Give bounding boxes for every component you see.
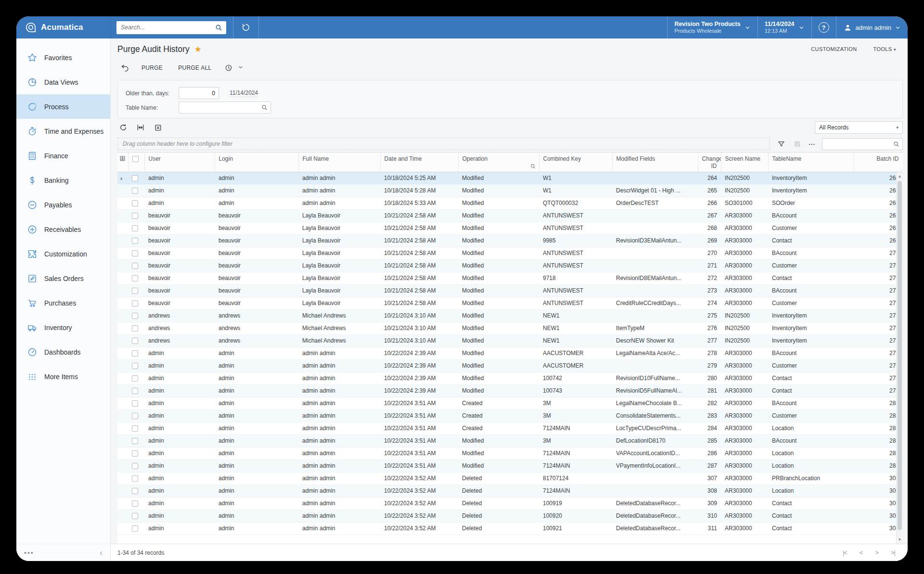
collapse-sidebar-icon[interactable]: ‹ xyxy=(100,548,103,558)
table-row[interactable]: ›adminadminadmin admin10/18/2024 5:25 AM… xyxy=(117,172,903,184)
customization-menu[interactable]: CUSTOMIZATION xyxy=(811,46,857,52)
row-checkbox[interactable] xyxy=(132,450,138,457)
table-row[interactable]: beauvoirbeauvoirLayla Beauvoir10/21/2024… xyxy=(117,284,903,297)
table-row[interactable]: adminadminadmin admin10/22/2024 3:51 AMM… xyxy=(117,434,903,447)
row-settings-column-header[interactable] xyxy=(117,153,128,172)
row-checkbox[interactable] xyxy=(132,188,138,194)
lookup-icon[interactable] xyxy=(261,104,268,111)
table-row[interactable]: adminadminadmin admin10/22/2024 3:52 AMD… xyxy=(117,522,903,535)
sidebar-item-banking[interactable]: Banking xyxy=(16,168,110,192)
row-checkbox[interactable] xyxy=(132,313,138,319)
grid-more-icon[interactable]: ... xyxy=(808,139,815,149)
table-row[interactable]: adminadminadmin admin10/22/2024 3:52 AMD… xyxy=(117,485,903,497)
row-checkbox[interactable] xyxy=(132,388,138,394)
table-row[interactable]: adminadminadmin admin10/22/2024 3:51 AMM… xyxy=(117,447,903,459)
row-checkbox[interactable] xyxy=(132,288,138,294)
row-checkbox[interactable] xyxy=(132,363,138,369)
row-checkbox[interactable] xyxy=(132,213,138,219)
table-name-input[interactable] xyxy=(179,102,271,114)
records-filter-dropdown[interactable]: All Records ▾ xyxy=(815,121,903,134)
column-header-combined-key[interactable]: Combined Key xyxy=(539,153,612,172)
scrollbar-thumb[interactable] xyxy=(898,181,902,530)
favorite-star-icon[interactable]: ★ xyxy=(194,44,202,54)
sidebar-item-payables[interactable]: Payables xyxy=(16,192,110,217)
table-row[interactable]: beauvoirbeauvoirLayla Beauvoir10/21/2024… xyxy=(117,234,903,247)
filter-funnel-icon[interactable] xyxy=(777,139,786,149)
row-checkbox[interactable] xyxy=(132,375,138,382)
table-row[interactable]: andrewsandrewsMichael Andrews10/21/2024 … xyxy=(117,334,903,347)
row-checkbox[interactable] xyxy=(132,463,138,469)
table-row[interactable]: beauvoirbeauvoirLayla Beauvoir10/21/2024… xyxy=(117,222,903,234)
column-header-modified-fields[interactable]: Modified Fields xyxy=(612,153,698,172)
row-checkbox[interactable] xyxy=(132,513,138,519)
tools-menu[interactable]: TOOLS ▾ xyxy=(873,46,896,52)
row-checkbox[interactable] xyxy=(132,338,138,344)
save-filter-icon[interactable] xyxy=(793,139,802,149)
column-header-user[interactable]: User xyxy=(144,153,215,172)
sidebar-item-sales-orders[interactable]: Sales Orders xyxy=(16,266,110,291)
column-header-login[interactable]: Login xyxy=(215,153,298,172)
table-row[interactable]: adminadminadmin admin10/22/2024 2:39 AMM… xyxy=(117,372,903,384)
sidebar-item-inventory[interactable]: Inventory xyxy=(16,315,110,340)
table-row[interactable]: adminadminadmin admin10/22/2024 3:51 AMC… xyxy=(117,409,903,422)
table-row[interactable]: adminadminadmin admin10/18/2024 5:33 AMM… xyxy=(117,197,903,209)
help-button[interactable]: ? xyxy=(811,16,836,38)
acumatica-logo[interactable]: Acumatica xyxy=(16,16,111,38)
row-checkbox[interactable] xyxy=(132,175,138,181)
purge-button[interactable]: PURGE xyxy=(136,62,168,74)
export-excel-icon[interactable] xyxy=(152,122,164,133)
table-row[interactable]: adminadminadmin admin10/22/2024 3:51 AMC… xyxy=(117,422,903,434)
older-than-input[interactable] xyxy=(179,87,219,99)
scroll-up-icon[interactable]: ▲ xyxy=(897,174,903,179)
column-header-screen-name[interactable]: Screen Name xyxy=(721,153,768,172)
prev-page-icon[interactable]: < xyxy=(860,549,863,556)
column-header-operation[interactable]: Operation xyxy=(458,153,539,172)
table-row[interactable]: beauvoirbeauvoirLayla Beauvoir10/21/2024… xyxy=(117,272,903,284)
row-checkbox[interactable] xyxy=(132,275,138,281)
sidebar-item-receivables[interactable]: Receivables xyxy=(16,217,110,242)
row-checkbox[interactable] xyxy=(132,225,138,231)
column-header-full-name[interactable]: Full Name xyxy=(298,153,380,172)
business-date-icon[interactable] xyxy=(233,16,259,38)
table-row[interactable]: andrewsandrewsMichael Andrews10/21/2024 … xyxy=(117,309,903,322)
sidebar-item-dashboards[interactable]: Dashboards xyxy=(16,340,110,364)
table-row[interactable]: andrewsandrewsMichael Andrews10/21/2024 … xyxy=(117,322,903,334)
row-checkbox[interactable] xyxy=(132,425,138,432)
company-selector[interactable]: Revision Two Products Products Wholesale xyxy=(667,16,757,38)
refresh-icon[interactable] xyxy=(117,122,129,133)
more-options-icon[interactable]: ••• xyxy=(24,549,34,557)
row-checkbox[interactable] xyxy=(132,488,138,494)
row-checkbox[interactable] xyxy=(132,325,138,332)
table-row[interactable]: adminadminadmin admin10/22/2024 2:39 AMM… xyxy=(117,384,903,397)
date-selector[interactable]: 11/14/2024 12:13 AM xyxy=(757,16,811,38)
row-checkbox[interactable] xyxy=(132,413,138,419)
sidebar-item-favorites[interactable]: Favorites xyxy=(16,45,110,70)
drag-column-zone[interactable]: Drag column header here to configure fil… xyxy=(117,138,770,150)
column-header-date-and-time[interactable]: Date and Time xyxy=(380,153,458,172)
global-search-input[interactable] xyxy=(116,21,226,34)
scroll-down-icon[interactable]: ▼ xyxy=(897,537,903,542)
schedule-chevron-icon[interactable] xyxy=(238,64,244,72)
row-checkbox[interactable] xyxy=(132,250,138,256)
table-row[interactable]: adminadminadmin admin10/18/2024 5:28 AMM… xyxy=(117,184,903,197)
table-row[interactable]: adminadminadmin admin10/22/2024 2:39 AMM… xyxy=(117,359,903,372)
schedule-icon[interactable] xyxy=(221,62,236,74)
table-row[interactable]: adminadminadmin admin10/22/2024 3:52 AMD… xyxy=(117,472,903,485)
sidebar-item-process[interactable]: Process xyxy=(16,94,110,119)
table-row[interactable]: beauvoirbeauvoirLayla Beauvoir10/21/2024… xyxy=(117,209,903,222)
row-checkbox[interactable] xyxy=(132,400,138,407)
sidebar-item-more-items[interactable]: More Items xyxy=(16,364,110,389)
vertical-scrollbar[interactable]: ▲ ▼ xyxy=(896,172,903,544)
select-all-column-header[interactable] xyxy=(128,153,144,172)
select-all-checkbox[interactable] xyxy=(132,156,139,162)
table-row[interactable]: adminadminadmin admin10/22/2024 3:52 AMD… xyxy=(117,510,903,522)
grid-search-input[interactable] xyxy=(822,138,903,150)
table-row[interactable]: adminadminadmin admin10/22/2024 3:51 AMC… xyxy=(117,397,903,409)
search-icon[interactable] xyxy=(215,24,223,32)
table-row[interactable]: beauvoirbeauvoirLayla Beauvoir10/21/2024… xyxy=(117,297,903,309)
fit-width-icon[interactable] xyxy=(135,122,146,133)
next-page-icon[interactable]: > xyxy=(875,549,878,556)
row-checkbox[interactable] xyxy=(132,438,138,444)
sidebar-item-customization[interactable]: Customization xyxy=(16,242,110,266)
row-checkbox[interactable] xyxy=(132,238,138,244)
